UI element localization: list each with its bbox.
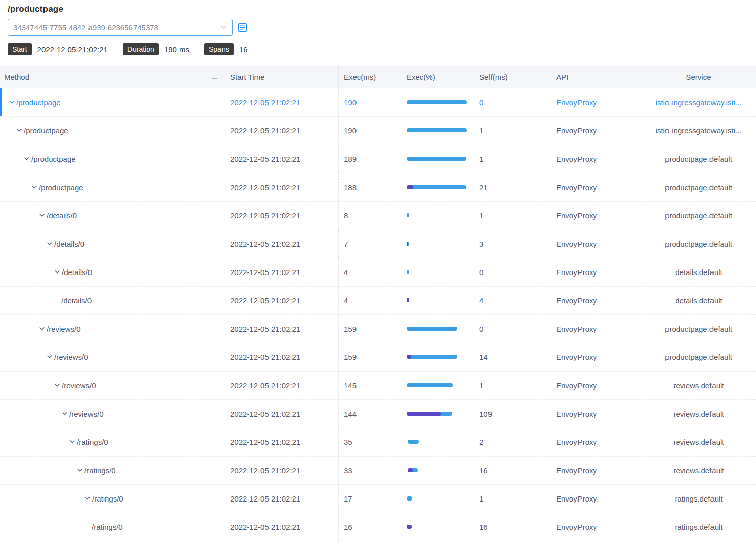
span-exec-ms: 8	[339, 202, 399, 230]
span-method-label: /ratings/0	[92, 494, 123, 503]
duration-bar	[407, 185, 466, 189]
span-service: productpage.default	[641, 315, 756, 343]
span-method-label: /ratings/0	[77, 438, 108, 446]
trace-span-row[interactable]: /details/0 2022-12-05 21:02:21 7 3 Envoy…	[0, 230, 756, 258]
span-self-ms: 2	[474, 428, 551, 456]
duration-bar-track	[407, 298, 467, 302]
span-exec-percent-cell	[399, 287, 474, 314]
trace-span-row[interactable]: /details/0 2022-12-05 21:02:21 4 0 Envoy…	[0, 258, 756, 287]
trace-span-row[interactable]: /reviews/0 2022-12-05 21:02:21 159 0 Env…	[0, 315, 756, 343]
chevron-down-icon[interactable]	[38, 212, 46, 219]
trace-span-row[interactable]: /reviews/0 2022-12-05 21:02:21 144 109 E…	[0, 400, 756, 428]
chevron-down-icon[interactable]	[46, 240, 53, 247]
duration-bar	[407, 298, 409, 302]
span-self-ms: 1	[474, 117, 551, 145]
span-api: EnvoyProxy	[551, 230, 641, 258]
span-exec-percent-cell	[399, 173, 474, 201]
span-self-ms: 3	[474, 230, 551, 258]
span-api: EnvoyProxy	[551, 428, 641, 456]
span-api: EnvoyProxy	[551, 88, 641, 116]
duration-bar-track	[407, 242, 467, 246]
chevron-down-icon[interactable]	[76, 467, 83, 474]
span-service: productpage.default	[641, 173, 756, 201]
self-duration-bar	[408, 468, 413, 472]
column-header-method: Method ↔	[0, 66, 225, 88]
chevron-down-icon[interactable]	[54, 382, 61, 389]
trace-select-row: 34347445-7755-4842-a939-623656745378	[8, 19, 748, 36]
span-exec-ms: 159	[339, 343, 399, 371]
span-method-cell: /details/0	[0, 258, 225, 286]
span-exec-ms: 190	[339, 117, 399, 145]
span-exec-ms: 7	[339, 230, 399, 258]
trace-span-row[interactable]: /reviews/0 2022-12-05 21:02:21 159 14 En…	[0, 343, 756, 372]
chevron-down-icon[interactable]	[31, 184, 38, 191]
chevron-down-icon[interactable]	[38, 325, 46, 332]
span-exec-ms: 188	[339, 173, 399, 201]
trace-span-row[interactable]: /ratings/0 2022-12-05 21:02:21 35 2 Envo…	[0, 428, 756, 457]
trace-span-row[interactable]: /details/0 2022-12-05 21:02:21 4 4 Envoy…	[0, 287, 756, 315]
self-duration-bar	[407, 213, 407, 217]
trace-span-row[interactable]: /ratings/0 2022-12-05 21:02:21 17 1 Envo…	[0, 485, 756, 513]
span-exec-percent-cell	[399, 513, 474, 541]
span-api: EnvoyProxy	[551, 202, 641, 230]
chevron-down-icon[interactable]	[54, 268, 61, 276]
span-start-time: 2022-12-05 21:02:21	[225, 287, 339, 314]
duration-bar	[407, 383, 453, 387]
chevron-down-icon[interactable]	[84, 495, 91, 502]
spans-summary: Spans 16	[204, 43, 247, 55]
trace-header: /productpage 34347445-7755-4842-a939-623…	[0, 0, 756, 55]
span-self-ms: 1	[474, 145, 551, 173]
span-start-time: 2022-12-05 21:02:21	[225, 88, 339, 116]
duration-bar-track	[407, 213, 467, 217]
chevron-down-icon[interactable]	[16, 127, 23, 134]
trace-span-row[interactable]: /productpage 2022-12-05 21:02:21 190 0 E…	[0, 88, 756, 117]
trace-detail-icon[interactable]	[238, 23, 247, 32]
span-api: EnvoyProxy	[551, 287, 641, 314]
trace-id-value: 34347445-7755-4842-a939-623656745378	[13, 23, 158, 32]
page-title: /productpage	[8, 4, 748, 14]
span-api: EnvoyProxy	[551, 400, 641, 428]
span-start-time: 2022-12-05 21:02:21	[225, 513, 339, 541]
duration-bar	[407, 242, 409, 246]
chevron-down-icon[interactable]	[23, 155, 30, 162]
span-exec-percent-cell	[399, 372, 474, 399]
span-service: details.default	[641, 258, 756, 286]
spans-badge: Spans	[204, 43, 234, 55]
span-api: EnvoyProxy	[551, 117, 641, 145]
column-resize-icon[interactable]: ↔	[211, 73, 218, 81]
span-exec-percent-cell	[399, 145, 474, 173]
trace-span-row[interactable]: /productpage 2022-12-05 21:02:21 189 1 E…	[0, 145, 756, 173]
duration-bar-track	[407, 496, 467, 500]
span-service: productpage.default	[641, 230, 756, 258]
span-self-ms: 1	[474, 202, 551, 230]
trace-span-row[interactable]: /ratings/0 2022-12-05 21:02:21 33 16 Env…	[0, 457, 756, 485]
trace-span-row[interactable]: /ratings/0 2022-12-05 21:02:21 16 16 Env…	[0, 513, 756, 541]
trace-span-row[interactable]: /productpage 2022-12-05 21:02:21 190 1 E…	[0, 117, 756, 145]
column-header-start-time: Start Time	[225, 66, 339, 88]
duration-bar	[408, 440, 419, 444]
trace-span-row[interactable]: /details/0 2022-12-05 21:02:21 8 1 Envoy…	[0, 202, 756, 230]
span-exec-ms: 144	[339, 400, 399, 428]
self-duration-bar	[407, 157, 407, 161]
trace-span-row[interactable]: /productpage 2022-12-05 21:02:21 188 21 …	[0, 173, 756, 202]
chevron-down-icon[interactable]	[61, 410, 68, 417]
span-api: EnvoyProxy	[551, 372, 641, 399]
span-start-time: 2022-12-05 21:02:21	[225, 485, 339, 513]
span-api: EnvoyProxy	[551, 485, 641, 513]
chevron-down-icon[interactable]	[46, 353, 53, 360]
duration-bar-track	[407, 157, 467, 161]
span-start-time: 2022-12-05 21:02:21	[225, 428, 339, 456]
trace-id-select[interactable]: 34347445-7755-4842-a939-623656745378	[8, 19, 233, 36]
span-self-ms: 1	[474, 485, 551, 513]
duration-bar-track	[407, 327, 467, 331]
span-api: EnvoyProxy	[551, 258, 641, 286]
span-start-time: 2022-12-05 21:02:21	[225, 343, 339, 371]
trace-span-row[interactable]: /reviews/0 2022-12-05 21:02:21 145 1 Env…	[0, 372, 756, 400]
span-self-ms: 4	[474, 287, 551, 314]
column-header-exec-percent: Exec(%)	[399, 66, 474, 88]
duration-bar-track	[407, 468, 467, 472]
chevron-down-icon[interactable]	[8, 99, 15, 106]
span-method-label: /productpage	[31, 155, 76, 163]
chevron-down-icon[interactable]	[69, 438, 76, 445]
self-duration-bar	[407, 525, 412, 529]
